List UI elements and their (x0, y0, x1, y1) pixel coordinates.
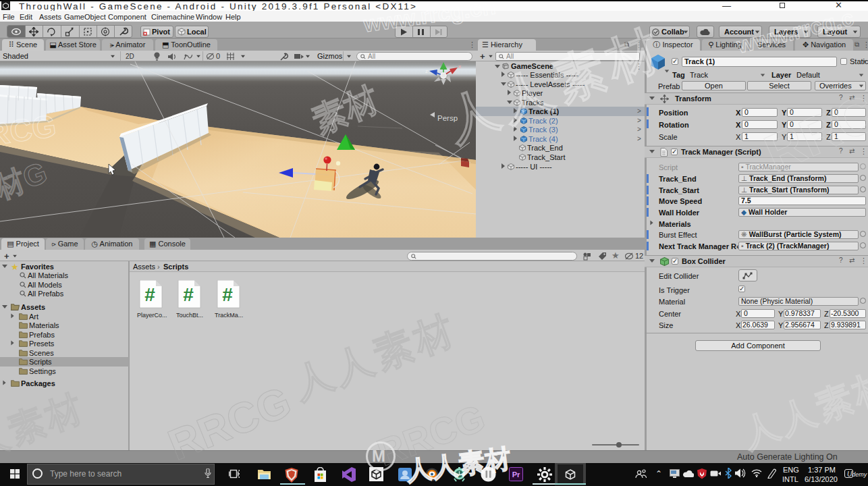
svg-text:z: z (425, 68, 428, 74)
svg-text:Pr: Pr (512, 470, 520, 479)
svg-text:x: x (458, 63, 461, 70)
svg-text:Persp: Persp (437, 114, 458, 122)
